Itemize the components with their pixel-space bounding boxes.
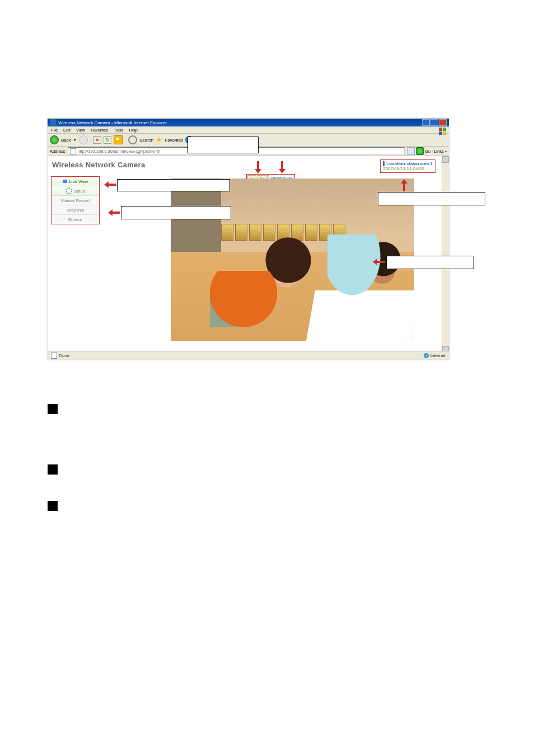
setup-label: Setup [74,189,85,194]
location-value: classroom 1 [406,161,433,166]
page-title: Wireless Network Camera [52,161,145,169]
live-view-icon [63,180,67,183]
maximize-button[interactable] [430,119,438,126]
bullet-2 [48,464,58,475]
search-label[interactable]: Search [139,138,153,143]
callout-box-menu [117,179,230,191]
arrow-to-video [373,259,385,265]
close-button[interactable] [439,119,447,126]
stop-button[interactable]: × [93,136,101,144]
favorites-label[interactable]: Favorites [165,138,183,143]
windows-logo-icon [439,128,447,135]
callout-box-info [378,192,485,205]
forward-button[interactable] [79,135,88,144]
location-time-box: Location:classroom 1 2007/06/11 14:04:20 [380,159,435,173]
arrow-to-nightmode [279,161,285,173]
statusbar: Done Internet [48,351,449,359]
callout-box-submenu [121,206,231,219]
browser-window: Wireless Network Camera - Microsoft Inte… [48,119,449,359]
titlebar: Wireless Network Camera - Microsoft Inte… [48,119,449,126]
links-label[interactable]: Links [434,149,444,154]
minimize-button[interactable] [422,119,430,126]
home-button[interactable] [114,135,123,144]
menu-file[interactable]: File [51,128,58,133]
menu-view[interactable]: View [76,128,85,133]
location-label: Location: [386,161,406,166]
go-button[interactable] [416,147,424,155]
menu-snapshot[interactable]: Snapshot [51,205,99,215]
menu-help[interactable]: Help [129,128,138,133]
timestamp: 2007/06/11 14:04:20 [383,166,433,171]
favorites-icon: ★ [156,137,162,143]
back-label[interactable]: Back [61,138,71,143]
ie-icon [50,119,57,126]
menu-edit[interactable]: Edit [63,128,71,133]
scroll-up-button[interactable] [442,156,449,163]
back-button[interactable] [50,135,59,144]
search-icon [128,135,137,144]
menu-favorites[interactable]: Favorites [91,128,108,133]
menu-browse[interactable]: Browse [51,215,99,224]
status-internet: Internet [430,353,446,358]
bullet-1 [48,404,58,414]
url-text: http://192.168.0.30/admin/view.cgi?profi… [78,149,160,154]
refresh-button[interactable]: ↻ [104,136,111,144]
arrow-to-zoom [255,161,261,173]
arrow-to-menu [104,181,116,188]
internet-zone-icon [424,353,429,358]
address-label: Address [50,149,65,154]
status-done: Done [59,353,69,358]
arrow-to-info [401,179,407,191]
callout-box-video [386,256,474,269]
page-icon [70,148,76,154]
left-menu: Live View Setup Manual Record Snapshot B… [51,176,100,224]
done-icon [51,353,57,359]
menu-tools[interactable]: Tools [114,128,124,133]
live-view-label: Live View [69,179,88,184]
manual-record-label: Manual Record [61,198,90,203]
window-title: Wireless Network Camera - Microsoft Inte… [58,120,167,125]
menubar: File Edit View Favorites Tools Help [48,126,449,134]
go-label[interactable]: Go [425,149,430,154]
arrow-to-submenu [108,209,120,216]
menu-live-view[interactable]: Live View [51,177,99,186]
callout-box-top [188,137,259,153]
browse-label: Browse [68,217,82,222]
bullet-3 [48,501,58,511]
url-dropdown[interactable] [407,147,415,155]
snapshot-label: Snapshot [67,208,85,213]
menu-setup[interactable]: Setup [51,186,99,196]
gear-icon [65,187,72,194]
menu-manual-record[interactable]: Manual Record [51,196,99,205]
vertical-scrollbar[interactable] [442,156,449,353]
